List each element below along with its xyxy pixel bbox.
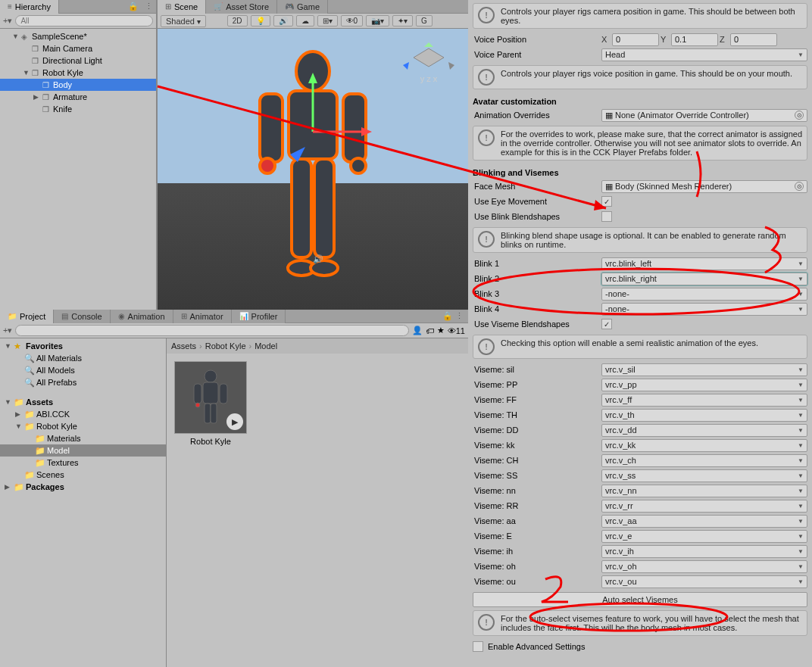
project-tree-item[interactable]: 📁Textures — [0, 457, 166, 469]
audio-toggle[interactable]: 🔊 — [273, 15, 293, 26]
camera-options[interactable]: 📷▾ — [366, 15, 389, 26]
project-create-dropdown[interactable]: +▾ — [3, 326, 12, 335]
voice-pos-y[interactable] — [671, 33, 718, 46]
project-tree-item[interactable]: 🔍All Materials — [0, 352, 166, 364]
viseme-dropdown[interactable]: vrc.v_rr▼ — [601, 500, 807, 513]
filter-icon[interactable]: 👤 — [412, 326, 423, 335]
hierarchy-search-input[interactable] — [15, 15, 153, 26]
breadcrumb-item[interactable]: Model — [255, 341, 277, 351]
scene-viewport[interactable]: y z x 🔊 — [158, 29, 468, 310]
expand-arrow-icon[interactable]: ▶ — [33, 93, 42, 101]
project-tree-item[interactable]: 🔍All Models — [0, 364, 166, 376]
use-blink-checkbox[interactable] — [601, 211, 612, 222]
voice-pos-x[interactable] — [612, 33, 659, 46]
scene-tab[interactable]: ⊞Scene — [158, 0, 206, 14]
gizmos-dropdown[interactable]: ✦▾ — [392, 15, 413, 26]
project-tab[interactable]: ⊞Animator — [173, 310, 232, 323]
project-search-input[interactable] — [15, 325, 408, 336]
anim-overrides-field[interactable]: ▦ None (Animator Override Controller)⊙ — [601, 109, 807, 122]
project-tree-item[interactable]: ▼📁Assets — [0, 396, 166, 408]
project-tree-item[interactable]: ▼📁Robot Kyle — [0, 420, 166, 432]
blink-dropdown[interactable]: -none-▼ — [601, 288, 807, 301]
project-tree-item[interactable]: 📁Model — [0, 444, 166, 457]
hierarchy-item[interactable]: ▼◈SampleScene* — [0, 30, 156, 42]
project-tree-item[interactable]: ▼★Favorites — [0, 340, 166, 352]
scene-tab[interactable]: 🛒Asset Store — [206, 0, 277, 14]
expand-arrow-icon[interactable]: ▼ — [23, 69, 32, 76]
project-tree-item[interactable]: 📁Materials — [0, 432, 166, 444]
hierarchy-item[interactable]: ▼❒Robot Kyle — [0, 67, 156, 79]
viseme-dropdown[interactable]: vrc.v_th▼ — [601, 409, 807, 422]
viseme-dropdown[interactable]: vrc.v_nn▼ — [601, 485, 807, 497]
breadcrumb-item[interactable]: Robot Kyle — [205, 341, 246, 351]
panel-menu-icon[interactable]: ⋮ — [142, 2, 156, 11]
object-picker-icon[interactable]: ⊙ — [795, 182, 804, 191]
project-tree-item[interactable]: 🔍All Prefabs — [0, 376, 166, 388]
face-mesh-field[interactable]: ▦ Body (Skinned Mesh Renderer)⊙ — [601, 180, 807, 193]
project-tab[interactable]: 📁Project — [0, 310, 54, 323]
fav-icon[interactable]: ★ — [437, 326, 445, 335]
enable-advanced-checkbox[interactable] — [473, 641, 483, 652]
viseme-dropdown[interactable]: vrc.v_ou▼ — [601, 575, 807, 588]
hierarchy-item[interactable]: ❒Body — [0, 79, 156, 91]
viseme-dropdown[interactable]: vrc.v_oh▼ — [601, 560, 807, 573]
project-tab[interactable]: 📊Profiler — [232, 310, 286, 323]
shading-dropdown[interactable]: Shaded ▾ — [161, 15, 206, 27]
scene-tab[interactable]: 🎮Game — [277, 0, 328, 14]
panel-lock-icon[interactable]: 🔒 — [125, 2, 142, 11]
hidden-toggle[interactable]: 👁0 — [341, 15, 364, 26]
expand-arrow-icon[interactable]: ▶ — [15, 410, 24, 418]
blink-dropdown[interactable]: vrc.blink_right▼ — [601, 273, 807, 285]
chevron-down-icon: ▼ — [798, 488, 804, 494]
viseme-dropdown[interactable]: vrc.v_pp▼ — [601, 379, 807, 391]
voice-pos-z[interactable] — [730, 33, 777, 46]
use-eye-checkbox[interactable]: ✓ — [601, 196, 612, 207]
light-toggle[interactable]: 💡 — [251, 15, 270, 26]
g-button[interactable]: G — [416, 15, 433, 26]
voice-parent-dropdown[interactable]: Head▼ — [601, 48, 807, 61]
blink-dropdown[interactable]: vrc.blink_left▼ — [601, 257, 807, 270]
viseme-dropdown[interactable]: vrc.v_kk▼ — [601, 439, 807, 452]
info-icon: ! — [478, 231, 495, 248]
object-picker-icon[interactable]: ⊙ — [795, 111, 804, 120]
2d-toggle[interactable]: 2D — [227, 15, 248, 26]
hierarchy-tab[interactable]: ≡Hierarchy — [0, 0, 59, 14]
project-tree-item[interactable]: ▶📁ABI.CCK — [0, 408, 166, 420]
viseme-dropdown[interactable]: vrc.v_dd▼ — [601, 424, 807, 437]
breadcrumb-item[interactable]: Assets — [171, 341, 196, 351]
viseme-dropdown[interactable]: vrc.v_ff▼ — [601, 394, 807, 407]
auto-select-visemes-button[interactable]: Auto select Visemes — [473, 592, 807, 607]
project-tab[interactable]: ◉Animation — [111, 310, 173, 323]
project-tree-item[interactable]: 📁Scenes — [0, 469, 166, 481]
viseme-dropdown[interactable]: vrc.v_sil▼ — [601, 363, 807, 376]
project-tree-item[interactable]: ▶📁Packages — [0, 481, 166, 493]
fx-toggle[interactable]: ☁ — [296, 15, 314, 26]
play-icon[interactable]: ▶ — [226, 413, 243, 430]
blink-dropdown[interactable]: -none-▼ — [601, 303, 807, 316]
project-breadcrumb[interactable]: Assets›Robot Kyle›Model — [167, 338, 468, 354]
label-icon[interactable]: 🏷 — [426, 326, 434, 335]
hierarchy-item[interactable]: ▶❒Armature — [0, 91, 156, 103]
viseme-dropdown[interactable]: vrc.v_aa▼ — [601, 515, 807, 528]
expand-arrow-icon[interactable]: ▶ — [5, 483, 14, 491]
panel-menu-icon[interactable]: 🔒 ⋮ — [286, 311, 468, 321]
hierarchy-item[interactable]: ❒Main Camera — [0, 42, 156, 55]
hierarchy-item[interactable]: ❒Knife — [0, 103, 156, 115]
expand-arrow-icon[interactable]: ▼ — [12, 33, 21, 40]
project-tab[interactable]: ▤Console — [54, 310, 110, 323]
hierarchy-item[interactable]: ❒Directional Light — [0, 55, 156, 67]
viseme-dropdown[interactable]: vrc.v_ss▼ — [601, 469, 807, 482]
expand-arrow-icon[interactable]: ▼ — [15, 422, 24, 430]
hidden-count[interactable]: 👁11 — [448, 326, 465, 335]
scene-gizmo[interactable]: y z x — [403, 42, 454, 94]
viseme-dropdown[interactable]: vrc.v_ih▼ — [601, 545, 807, 558]
expand-arrow-icon[interactable]: ▼ — [5, 342, 14, 350]
gizmo-options[interactable]: ⊞▾ — [317, 15, 338, 26]
viseme-dropdown[interactable]: vrc.v_e▼ — [601, 530, 807, 543]
expand-arrow-icon[interactable]: ▼ — [5, 398, 14, 406]
viseme-dropdown[interactable]: vrc.v_ch▼ — [601, 454, 807, 467]
asset-item[interactable]: ▶ Robot Kyle — [174, 361, 247, 446]
use-viseme-checkbox[interactable]: ✓ — [601, 319, 612, 329]
asset-thumbnail[interactable]: ▶ — [174, 361, 247, 434]
create-dropdown[interactable]: +▾ — [3, 16, 12, 26]
